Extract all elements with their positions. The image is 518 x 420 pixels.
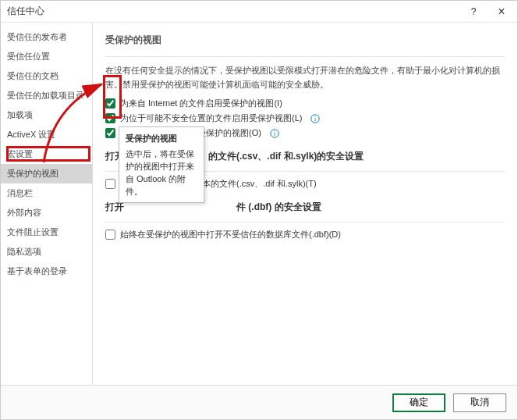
option-dbf-label: 始终在受保护的视图中打开不受信任的数据库文件(.dbf)(D) [120,229,341,240]
checkbox-pv-1[interactable] [105,113,115,123]
help-icon: ? [471,6,477,17]
svg-text:i: i [274,130,276,137]
option-pv-label-0: 为来自 Internet 的文件启用受保护的视图(I) [120,98,282,109]
sidebar-item-10[interactable]: 文件阻止设置 [1,222,92,242]
sidebar-item-3[interactable]: 受信任的加载项目录 [1,86,92,105]
section-protected-view-desc: 在没有任何安全提示的情况下，受保护视图以受限模式打开潜在的危险文件，有助于最小化… [105,63,505,91]
trust-center-dialog: 信任中心 ? × 受信任的发布者受信任位置受信任的文档受信任的加载项目录加载项A… [0,0,518,420]
sidebar-item-7[interactable]: 受保护的视图 [1,164,92,183]
help-icon[interactable]: i [310,113,321,124]
sidebar-item-11[interactable]: 隐私选项 [1,242,92,262]
sidebar-item-1[interactable]: 受信任位置 [1,47,92,66]
option-pv-1[interactable]: 为位于可能不安全位置的文件启用受保护视图(L)i [105,112,505,124]
option-pv-0[interactable]: 为来自 Internet 的文件启用受保护的视图(I) [105,98,505,109]
content-pane: 受保护的视图 在没有任何安全提示的情况下，受保护视图以受限模式打开潜在的危险文件… [93,23,517,385]
window-controls: ? × [459,2,516,22]
sidebar-item-8[interactable]: 消息栏 [1,183,92,203]
sidebar-item-2[interactable]: 受信任的文档 [1,66,92,86]
cancel-button[interactable]: 取消 [453,393,506,412]
checkbox-textfiles[interactable] [105,179,115,189]
tooltip-protected-view: 受保护的视图 选中后，将在受保护的视图中打开来自 Outlook 的附件。 [119,126,204,203]
option-pv-label-1: 为位于可能不安全位置的文件启用受保护视图(L) [120,112,302,124]
dialog-footer: 确定 取消 [1,385,517,419]
section-dbf-title: 打开来自不受信任的源数据库文件 (.dbf) 的安全设置 [105,201,505,217]
help-icon[interactable]: i [269,128,280,139]
checkbox-pv-2[interactable] [105,128,115,138]
divider [105,222,505,222]
sidebar-item-0[interactable]: 受信任的发布者 [1,27,92,47]
divider [105,56,505,57]
close-button[interactable]: × [488,2,516,22]
sidebar-item-4[interactable]: 加载项 [1,105,92,125]
svg-text:i: i [314,116,317,123]
tooltip-title: 受保护的视图 [126,132,197,144]
checkbox-pv-0[interactable] [105,98,115,109]
help-button[interactable]: ? [459,2,488,22]
window-title: 信任中心 [7,5,44,18]
sidebar-item-9[interactable]: 外部内容 [1,203,92,222]
checkbox-dbf[interactable] [105,230,115,240]
option-dbf[interactable]: 始终在受保护的视图中打开不受信任的数据库文件(.dbf)(D) [105,229,505,240]
ok-button[interactable]: 确定 [392,393,445,412]
sidebar-item-5[interactable]: ActiveX 设置 [1,125,92,144]
close-icon: × [498,5,505,19]
dialog-body: 受信任的发布者受信任位置受信任的文档受信任的加载项目录加载项ActiveX 设置… [1,23,517,385]
tooltip-body: 选中后，将在受保护的视图中打开来自 Outlook 的附件。 [126,148,197,198]
title-bar: 信任中心 ? × [1,1,517,23]
sidebar: 受信任的发布者受信任位置受信任的文档受信任的加载项目录加载项ActiveX 设置… [1,23,93,385]
section-protected-view-title: 受保护的视图 [105,32,505,52]
sidebar-item-12[interactable]: 基于表单的登录 [1,262,92,281]
sidebar-item-6[interactable]: 宏设置 [1,144,92,164]
